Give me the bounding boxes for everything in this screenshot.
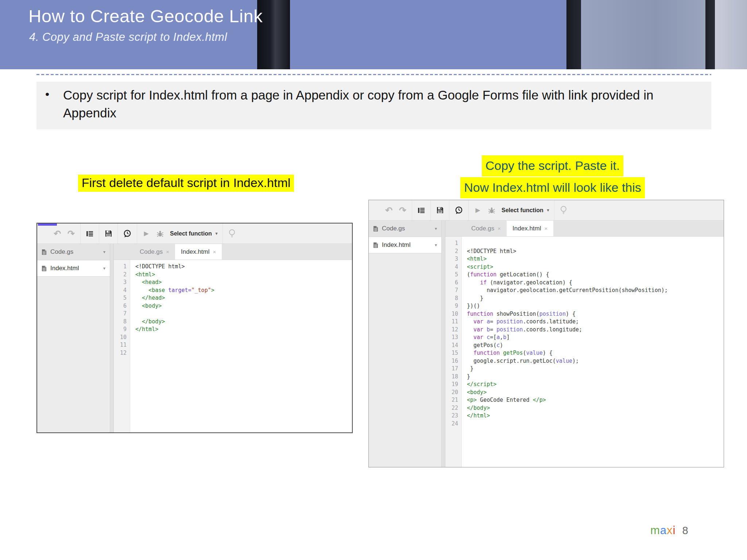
undo-button[interactable]: ↶ <box>385 200 393 220</box>
tab-index-html[interactable]: Index.html × <box>175 244 222 260</box>
tab-label: Index.html <box>512 225 541 232</box>
save-icon <box>105 230 112 237</box>
line-number: 15 <box>445 349 458 357</box>
chevron-down-icon: ▾ <box>435 242 437 248</box>
run-button[interactable]: ▶ <box>142 223 150 244</box>
debug-button[interactable] <box>488 200 496 220</box>
close-icon[interactable]: × <box>498 225 501 232</box>
file-icon <box>42 265 47 272</box>
select-function-label: Select function <box>502 207 543 214</box>
caption-left: First delete default script in Index.htm… <box>58 175 314 192</box>
caption-right-line1: Copy the script. Paste it. <box>482 155 624 176</box>
bug-icon <box>488 207 495 214</box>
slide: How to Create Geocode Link 4. Copy and P… <box>0 0 747 560</box>
code-line <box>135 310 352 318</box>
code-line: <body> <box>135 302 352 310</box>
play-icon: ▶ <box>144 230 148 237</box>
line-number: 20 <box>445 389 458 397</box>
file-icon <box>373 226 378 232</box>
sidebar-splitter[interactable] <box>442 221 445 467</box>
code-line: })() <box>467 302 724 310</box>
select-function-dropdown[interactable]: Select function ▾ <box>502 207 549 214</box>
indent-button[interactable] <box>86 223 94 244</box>
line-number: 8 <box>445 295 458 303</box>
code-line <box>135 334 352 342</box>
chevron-down-icon: ▾ <box>547 208 549 213</box>
line-number: 1 <box>445 240 458 248</box>
toolbar: ↶ ↷ ▶ <box>37 223 352 244</box>
redo-icon: ↷ <box>67 229 75 239</box>
caption-right: Copy the script. Paste it. Now Index.htm… <box>419 155 686 199</box>
close-icon[interactable]: × <box>213 249 216 255</box>
save-button[interactable] <box>104 223 112 244</box>
bug-icon <box>156 230 164 237</box>
tab-code-gs[interactable]: Code.gs × <box>465 221 507 236</box>
caption-right-line2: Now Index.html will look like this <box>460 177 645 198</box>
close-icon[interactable]: × <box>166 249 169 255</box>
code-line <box>135 341 352 349</box>
code-line: function getPos(value) { <box>467 349 724 357</box>
line-number: 22 <box>445 404 458 412</box>
tab-index-html[interactable]: Index.html × <box>507 221 553 236</box>
close-icon[interactable]: × <box>545 225 548 232</box>
apps-script-editor-right: ↶ ↷ ▶ <box>368 200 724 467</box>
code-line: </html> <box>467 412 724 420</box>
toolbar: ↶ ↷ ▶ <box>369 200 724 221</box>
save-button[interactable] <box>436 200 444 220</box>
tab-label: Code.gs <box>140 248 163 256</box>
tab-bar: Code.gs × Index.html × <box>445 221 724 237</box>
tab-label: Index.html <box>181 248 209 256</box>
code-area[interactable]: <!DOCTYPE html><html><script>(function g… <box>462 237 724 467</box>
code-area[interactable]: <!DOCTYPE html><html> <head> <base targe… <box>130 260 352 432</box>
line-number: 10 <box>445 310 458 318</box>
hints-button[interactable] <box>228 223 236 244</box>
code-line: <html> <box>135 271 352 279</box>
line-number: 16 <box>445 357 458 365</box>
footer: maxi 8 <box>650 524 688 537</box>
background-photo-panel <box>581 0 705 69</box>
code-line: (function getLocation() { <box>467 271 724 279</box>
undo-button[interactable]: ↶ <box>53 223 61 244</box>
lightbulb-icon <box>228 229 236 238</box>
line-number: 14 <box>445 342 458 350</box>
background-photo-panel <box>715 0 747 69</box>
execution-log-button[interactable] <box>123 223 132 244</box>
chevron-down-icon: ▾ <box>216 231 218 236</box>
redo-button[interactable]: ↷ <box>399 200 407 220</box>
file-icon <box>373 242 378 248</box>
line-number: 1 <box>114 263 127 271</box>
line-number: 9 <box>445 302 458 310</box>
indent-icon <box>418 207 425 214</box>
redo-icon: ↷ <box>399 205 406 215</box>
code-line: getPos(c) <box>467 342 724 350</box>
code-line: } <box>467 295 724 303</box>
sidebar-item-code-gs[interactable]: Code.gs ▾ <box>369 221 441 237</box>
redo-button[interactable]: ↷ <box>67 223 75 244</box>
sidebar-item-index-html[interactable]: Index.html ▾ <box>37 260 110 277</box>
select-function-dropdown[interactable]: Select function ▾ <box>170 230 217 237</box>
debug-button[interactable] <box>156 223 164 244</box>
code-line: </html> <box>135 326 352 334</box>
line-number: 7 <box>445 287 458 295</box>
sidebar-splitter[interactable] <box>110 244 114 432</box>
execution-log-button[interactable] <box>454 200 463 220</box>
indent-button[interactable] <box>417 200 425 220</box>
file-icon <box>42 249 47 255</box>
line-number: 18 <box>445 373 458 381</box>
line-number-gutter: 123456789101112131415161718192021222324 <box>445 237 462 467</box>
line-number: 9 <box>114 326 127 334</box>
line-number: 21 <box>445 396 458 404</box>
caption-left-text: First delete default script in Index.htm… <box>78 175 294 192</box>
line-number-gutter: 123456789101112 <box>114 260 130 432</box>
run-button[interactable]: ▶ <box>474 200 482 220</box>
line-number: 2 <box>445 248 458 256</box>
hints-button[interactable] <box>560 200 568 220</box>
sidebar-item-code-gs[interactable]: Code.gs ▾ <box>37 244 110 260</box>
line-number: 2 <box>114 271 127 279</box>
line-number: 10 <box>114 334 127 342</box>
code-line <box>467 420 724 428</box>
sidebar-item-index-html[interactable]: Index.html ▾ <box>369 237 441 253</box>
maxi-logo: maxi <box>650 524 676 537</box>
tab-code-gs[interactable]: Code.gs × <box>134 244 175 260</box>
bullet-box: • Copy script for Index.html from a page… <box>36 82 711 129</box>
